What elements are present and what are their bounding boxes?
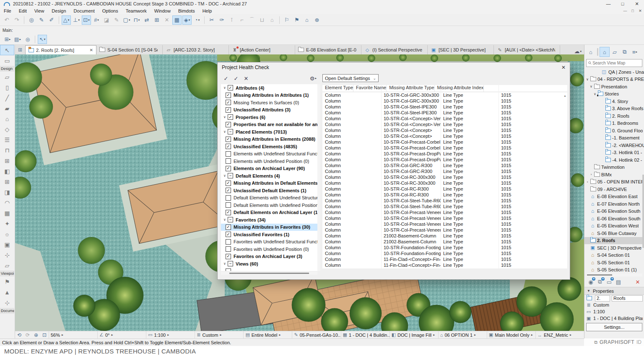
curtain-wall-tool[interactable]: ⊞	[0, 155, 14, 166]
table-row[interactable]: Column 10-STR-Col-GRC-300x300 Line Type …	[322, 98, 567, 104]
table-row[interactable]: Column 10-STR-Col-Steel-IPE300 Line Type…	[322, 110, 567, 116]
view-map-item[interactable]: ∨ Presentation	[584, 83, 644, 90]
checkbox[interactable]	[226, 202, 231, 208]
grid-tool[interactable]: ⊹	[0, 250, 14, 260]
health-check-item[interactable]: Favorites with Undefined Position (0)	[221, 245, 317, 253]
view-map-item[interactable]: S-05 Section 01	[584, 259, 644, 266]
view-map-item[interactable]: 4. Story	[584, 98, 644, 105]
scale[interactable]: ▭ 1:100 ▸	[146, 331, 195, 338]
view-map-item[interactable]: S-04 Section 01	[584, 252, 644, 259]
undo-icon[interactable]: ↶	[2, 15, 11, 25]
checkbox[interactable]	[226, 239, 231, 245]
layer-combination[interactable]: ≣ Custom ▸	[195, 331, 243, 338]
table-row[interactable]: Column 10-STR-Foundation-Footing Line Ty…	[322, 245, 567, 250]
view-map-item[interactable]: E-05 Elevation West	[584, 222, 644, 230]
schedule-icon[interactable]: ⊞	[152, 15, 161, 25]
pickup-parameters-icon[interactable]: ✑	[217, 15, 226, 25]
previous-view-icon[interactable]: ⟲	[15, 332, 23, 338]
checkbox[interactable]	[226, 268, 231, 271]
reference-plane-icon[interactable]: ◪	[102, 15, 111, 25]
renovation-filter[interactable]: ⌂ 06 OPTION 1 ▸	[438, 331, 487, 338]
checkbox[interactable]	[226, 158, 231, 164]
health-check-item[interactable]: Elements with Undefined Structural Funct	[221, 150, 317, 158]
trim-icon[interactable]: ⌐	[237, 15, 247, 25]
properties-header[interactable]: ▼ Properties	[584, 287, 644, 295]
checkbox[interactable]	[226, 254, 231, 259]
partial-structure[interactable]: ▤ Entire Model ▸	[243, 331, 292, 338]
checkbox[interactable]	[226, 100, 231, 105]
view-map-item[interactable]: E-06 Elevation South	[584, 208, 644, 215]
flags-icon[interactable]: ⚑	[292, 15, 301, 25]
object-tool[interactable]: ✦	[0, 218, 14, 229]
cancel-icon[interactable]: ✕	[162, 15, 171, 25]
3d-visualization-icon[interactable]: ◈▾	[182, 15, 192, 25]
view-map-item[interactable]: E-06 Elevation South	[584, 215, 644, 222]
view-map-item[interactable]: E-08 Elevation East	[584, 193, 644, 201]
health-check-item[interactable]	[221, 268, 317, 271]
view-map-item[interactable]: QA | Zones - Unallo	[584, 68, 644, 76]
arrow-tool-icon[interactable]: ↖▾	[38, 35, 47, 44]
checkbox[interactable]	[226, 144, 231, 149]
pen-set-row[interactable]: ▣ 1 - DOC | 4 Building Plans 1:50	[584, 315, 644, 322]
save-current-view-icon[interactable]: ◉	[586, 278, 595, 286]
checkbox[interactable]	[226, 246, 231, 252]
wall-tool[interactable]: ▱	[0, 72, 14, 82]
view-map-item[interactable]: 3. Above Roofs	[584, 105, 644, 113]
checkbox[interactable]	[226, 188, 231, 193]
column-tool[interactable]: ▯	[0, 82, 14, 93]
table-row[interactable]: Column 10-STR-Col-<Concept> Line Type 10…	[322, 133, 567, 139]
view-map-item[interactable]: › BIMx	[584, 171, 644, 178]
checkbox[interactable]	[228, 129, 233, 134]
marker-icon[interactable]: ✐	[47, 15, 56, 25]
checkbox[interactable]	[228, 173, 233, 178]
view-map-item[interactable]: 09 - ARCHIVE	[584, 186, 644, 193]
view-map-item[interactable]: ∨ Stories	[584, 90, 644, 98]
story-id-field[interactable]: 2.	[595, 295, 610, 302]
navigator-menu-icon[interactable]: ≡▸	[630, 47, 640, 57]
intersect-icon[interactable]: ⊔	[257, 15, 267, 25]
health-check-item[interactable]: Unclassified Favorites (1)	[221, 231, 317, 238]
checkbox[interactable]	[226, 195, 231, 201]
menu-item[interactable]: Options	[99, 8, 122, 13]
checkbox[interactable]	[226, 137, 231, 142]
table-row[interactable]: Column 10-STR-Col-Precast-Corbel Line Ty…	[322, 139, 567, 145]
zoom-icon[interactable]: ⊕	[32, 332, 40, 338]
health-check-item[interactable]: Missing Textures in Surfaces (0)	[221, 99, 317, 106]
layer-combination-row[interactable]: ≣ Custom	[584, 302, 644, 308]
settings-gear-icon[interactable]: ⚙▸	[310, 75, 317, 82]
expand-icon[interactable]: ∨	[222, 115, 228, 119]
menu-item[interactable]: File	[0, 8, 15, 13]
adjust-icon[interactable]: ⊺	[227, 15, 236, 25]
check-fixable-icon[interactable]: ✓	[231, 74, 241, 83]
tree-vertical-scrollbar[interactable]	[317, 84, 320, 271]
table-row[interactable]: Column 10-STR-Col-RC-R300 Line Type 1015	[322, 186, 567, 192]
column-header[interactable]: Element Type	[322, 85, 353, 92]
elevation-tool[interactable]: ▲	[0, 287, 14, 297]
health-check-item[interactable]: ∨ Properties (6)	[221, 114, 317, 121]
menu-item[interactable]: Window	[151, 8, 174, 13]
checkbox[interactable]	[228, 85, 233, 90]
health-check-item[interactable]: ∨ Views (60)	[221, 260, 317, 268]
checkbox[interactable]	[226, 122, 231, 127]
railing-tool[interactable]: ⊓	[0, 145, 14, 155]
model-view-options[interactable]: ▦ 1 - DOC | 4 Buildin... ▸	[341, 331, 390, 338]
marquee-tool[interactable]: ▭	[0, 55, 14, 66]
door-tool[interactable]: ◧	[0, 166, 14, 176]
mdi-minimize-button[interactable]: —	[621, 9, 629, 13]
section-tool[interactable]: ⚑	[0, 276, 14, 287]
dimension-standard[interactable]: ↔ ENZ_Metric ▸	[535, 331, 584, 338]
view-settings-icon[interactable]: ▤	[614, 278, 623, 286]
health-check-item[interactable]: ∨ Attributes (4)	[221, 84, 317, 92]
maximize-button[interactable]: □	[615, 0, 630, 8]
expand-icon[interactable]: ∨	[585, 77, 589, 81]
table-row[interactable]: Column 10-STR-Col-Steel-Tube-R600 Line T…	[322, 204, 567, 209]
health-check-item[interactable]: Unclassified Attributes (3)	[221, 106, 317, 114]
checkbox[interactable]	[226, 107, 231, 113]
expand-icon[interactable]: ∨	[222, 174, 228, 178]
checkbox[interactable]	[226, 93, 231, 98]
table-row[interactable]: Column 10-STR-Col-GRC-R300 Line Type 101…	[322, 168, 567, 174]
health-check-item[interactable]: Default Elements with Undefined Structur	[221, 194, 317, 202]
delete-view-icon[interactable]: ✕	[633, 278, 642, 286]
home-story-icon[interactable]: ⌂	[302, 15, 312, 25]
view-map-item[interactable]: ∨ 04 - REPORTS & PRES	[584, 76, 644, 83]
